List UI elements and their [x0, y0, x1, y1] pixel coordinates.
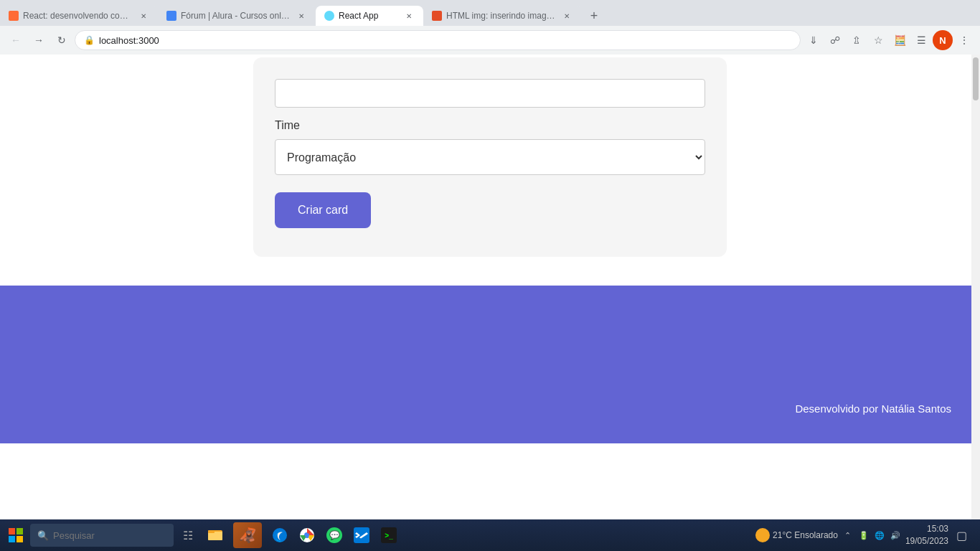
forward-button[interactable]: →	[29, 30, 49, 50]
menu-icon[interactable]: ⋮	[954, 30, 974, 50]
top-text-input[interactable]	[275, 79, 705, 108]
tab-favicon-3	[324, 11, 334, 21]
reload-button[interactable]: ↻	[52, 30, 72, 50]
sidebar-icon[interactable]: ☰	[911, 30, 931, 50]
tab-title-4: HTML img: inserindo imagens em...	[446, 11, 557, 21]
download-icon[interactable]: ⇓	[804, 30, 824, 50]
tab-react-app[interactable]: React App ✕	[316, 6, 423, 26]
tab-react-dev[interactable]: React: desenvolvendo com JavaS... ✕	[0, 6, 158, 26]
back-button[interactable]: ←	[6, 30, 26, 50]
criar-card-button[interactable]: Criar card	[275, 192, 371, 228]
page-content: Time Programação Front-End Back-End Desi…	[0, 55, 980, 475]
tab-favicon-4	[432, 11, 442, 21]
tab-html-img[interactable]: HTML img: inserindo imagens em... ✕	[423, 6, 581, 26]
address-input[interactable]	[99, 35, 791, 46]
footer-text: Desenvolvido por Natália Santos	[795, 402, 951, 415]
tab-favicon-1	[9, 11, 19, 21]
footer: Desenvolvido por Natália Santos	[0, 286, 980, 443]
share-icon[interactable]: ⇫	[847, 30, 867, 50]
new-tab-button[interactable]: +	[584, 6, 604, 26]
tab-alura[interactable]: Fórum | Alura - Cursos online de... ✕	[158, 6, 316, 26]
tab-close-3[interactable]: ✕	[403, 10, 415, 22]
toolbar-icons: ⇓ ☍ ⇫ ☆ 🧮 ☰ N ⋮	[804, 30, 974, 50]
form-card: Time Programação Front-End Back-End Desi…	[253, 57, 727, 257]
browser-chrome: React: desenvolvendo com JavaS... ✕ Fóru…	[0, 0, 980, 55]
tab-close-1[interactable]: ✕	[138, 10, 149, 22]
scrollbar-thumb[interactable]	[973, 57, 979, 100]
translate-icon[interactable]: ☍	[825, 30, 845, 50]
tab-title-1: React: desenvolvendo com JavaS...	[23, 11, 133, 21]
tab-title-3: React App	[339, 11, 399, 21]
extension-icon[interactable]: 🧮	[890, 30, 910, 50]
tab-title-2: Fórum | Alura - Cursos online de...	[181, 11, 291, 21]
bookmark-icon[interactable]: ☆	[868, 30, 888, 50]
browser-toolbar: ← → ↻ 🔒 ⇓ ☍ ⇫ ☆ 🧮 ☰ N ⋮	[0, 26, 980, 55]
scrollbar[interactable]	[971, 55, 980, 475]
tab-bar: React: desenvolvendo com JavaS... ✕ Fóru…	[0, 0, 980, 26]
tab-favicon-2	[166, 11, 176, 21]
tab-close-2[interactable]: ✕	[296, 10, 307, 22]
profile-button[interactable]: N	[933, 30, 953, 50]
address-bar[interactable]: 🔒	[75, 30, 801, 50]
tab-close-4[interactable]: ✕	[561, 10, 573, 22]
time-label: Time	[275, 119, 705, 132]
team-select[interactable]: Programação Front-End Back-End Design UX…	[275, 139, 705, 175]
lock-icon: 🔒	[84, 35, 95, 45]
